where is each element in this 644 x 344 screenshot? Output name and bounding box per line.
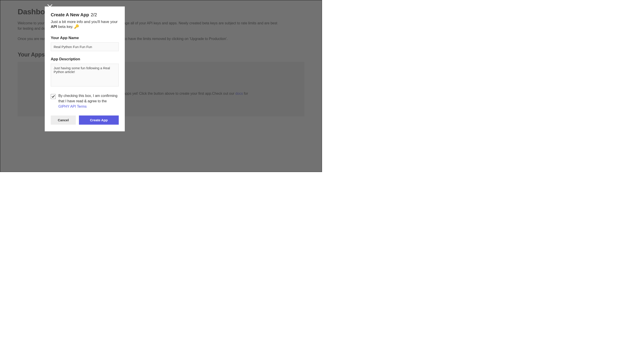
modal-subtitle-suffix: beta key.	[57, 24, 73, 29]
terms-row: By checking this box, I am confirming th…	[51, 93, 119, 109]
key-icon: 🔑	[74, 24, 79, 29]
modal-step: 2/2	[91, 12, 97, 17]
create-app-button[interactable]: Create App	[79, 115, 119, 125]
app-name-label: Your App Name	[51, 36, 119, 40]
modal-button-row: Cancel Create App	[51, 115, 119, 125]
terms-text: By checking this box, I am confirming th…	[58, 93, 119, 109]
modal-subtitle-prefix: Just a bit more info and you'll have you…	[51, 20, 118, 24]
modal-subtitle-bold: API	[51, 24, 57, 29]
terms-link[interactable]: GIPHY API Terms	[58, 104, 87, 108]
terms-prefix: By checking this box, I am confirming th…	[58, 94, 118, 103]
close-button[interactable]	[45, 2, 55, 11]
app-name-input[interactable]	[51, 42, 119, 51]
modal-subtitle: Just a bit more info and you'll have you…	[51, 20, 119, 29]
modal-title-row: Create A New App 2/2	[51, 12, 119, 17]
app-description-input[interactable]	[51, 64, 119, 86]
terms-checkbox[interactable]	[51, 94, 56, 99]
modal-title: Create A New App	[51, 12, 89, 17]
close-icon	[45, 2, 55, 11]
app-description-label: App Description	[51, 57, 119, 61]
cancel-button[interactable]: Cancel	[51, 115, 76, 125]
check-icon	[52, 95, 55, 98]
app-name-field: Your App Name	[51, 36, 119, 51]
create-app-modal: Create A New App 2/2 Just a bit more inf…	[45, 6, 125, 131]
app-description-field: App Description	[51, 57, 119, 87]
